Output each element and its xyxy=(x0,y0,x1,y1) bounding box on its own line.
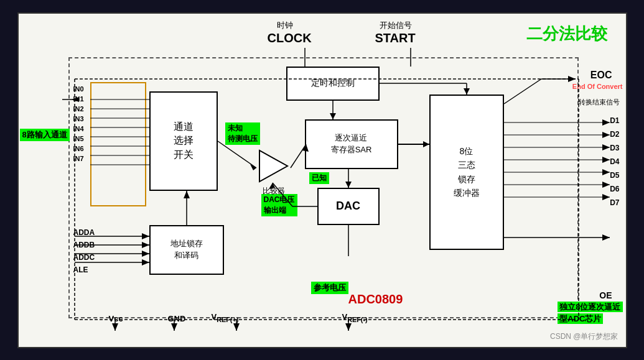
gnd-label: GND xyxy=(168,314,186,323)
ale-label: ALE xyxy=(73,265,95,274)
in5-label: IN5 xyxy=(73,135,84,142)
d5-label: D5 xyxy=(610,171,619,180)
vcc-label: Vcc xyxy=(109,314,123,323)
in-labels: IN0 IN1 IN2 IN3 IN4 IN5 IN6 IN7 xyxy=(73,85,84,162)
in7-label: IN7 xyxy=(73,155,84,162)
dac-text: DAC xyxy=(336,200,360,213)
in2-label: IN2 xyxy=(73,105,84,113)
d4-label: D4 xyxy=(610,157,619,166)
comparator-area: 比较器 xyxy=(255,147,292,197)
svg-marker-65 xyxy=(171,323,177,331)
svg-marker-51 xyxy=(602,234,610,241)
addr-latch-box: 地址锁存和译码 xyxy=(149,225,224,275)
in1-label: IN1 xyxy=(73,95,84,103)
eoc-label: EOC xyxy=(590,70,612,81)
d3-label: D3 xyxy=(610,144,619,152)
d1-label: D1 xyxy=(610,116,619,125)
standalone-label: 独立8位逐次逼近 型ADC芯片 xyxy=(558,301,622,325)
comparator-label: 比较器 xyxy=(263,186,285,196)
end-of-convert-label: End Of Convert xyxy=(572,82,623,91)
dac-output-label: DAC电压输出端 xyxy=(261,194,297,216)
start-zh-label: 开始信号 xyxy=(380,20,412,31)
timing-box: 定时和控制 xyxy=(286,67,380,101)
in0-label: IN0 xyxy=(73,85,84,93)
input-channel-box xyxy=(90,82,146,206)
sar-box: 逐次逼近寄存器SAR xyxy=(305,119,398,169)
watermark: CSDN @单行梦想家 xyxy=(550,331,618,342)
clock-en-label: CLOCK xyxy=(268,31,312,45)
main-container: 二分法比较 时钟 CLOCK 开始信号 START 8路输入通道 IN0 IN1… xyxy=(0,0,644,360)
adc-label: ADC0809 xyxy=(348,292,403,307)
svg-marker-39 xyxy=(602,132,610,138)
svg-marker-43 xyxy=(602,157,610,163)
vref-neg-label: VREF(-) xyxy=(342,312,368,323)
svg-marker-45 xyxy=(602,169,610,175)
latch-text: 8位三态锁存缓冲器 xyxy=(454,144,480,200)
svg-marker-0 xyxy=(259,150,287,182)
in4-label: IN4 xyxy=(73,125,84,132)
svg-marker-49 xyxy=(602,194,610,200)
sar-text: 逐次逼近寄存器SAR xyxy=(331,132,372,155)
start-en-label: START xyxy=(375,31,416,45)
comparator-svg xyxy=(256,147,291,185)
unknown-voltage-label: 未知待测电压 xyxy=(225,122,260,145)
d6-label: D6 xyxy=(610,185,619,193)
addc-label: ADDC xyxy=(73,253,95,262)
in6-label: IN6 xyxy=(73,145,84,152)
known-voltage-label: 已知 xyxy=(309,172,329,184)
eoc-zh-label: 转换结束信号 xyxy=(579,98,620,107)
addr-labels: ADDA ADDB ADDC ALE xyxy=(73,228,95,274)
title-bisect: 二分法比较 xyxy=(526,23,607,45)
d2-label: D2 xyxy=(610,130,619,139)
svg-marker-69 xyxy=(345,323,352,331)
oe-label: OE xyxy=(599,290,612,300)
vref-pos-label: VREF(+) xyxy=(212,312,239,323)
latch-box: 8位三态锁存缓冲器 xyxy=(429,95,504,250)
diagram-area: 二分法比较 时钟 CLOCK 开始信号 START 8路输入通道 IN0 IN1… xyxy=(17,12,627,348)
channel-8-label: 8路输入通道 xyxy=(20,129,70,141)
timing-text: 定时和控制 xyxy=(311,78,355,89)
svg-marker-41 xyxy=(602,144,610,150)
svg-marker-37 xyxy=(602,119,610,126)
dac-box: DAC xyxy=(317,188,380,225)
adda-label: ADDA xyxy=(73,228,95,237)
clock-zh-label: 时钟 xyxy=(277,20,293,31)
svg-marker-47 xyxy=(602,182,610,188)
svg-marker-63 xyxy=(112,323,118,331)
d-labels: D1 D2 D3 D4 D5 D6 D7 xyxy=(610,116,619,207)
addb-label: ADDB xyxy=(73,241,95,249)
channel-select-box: 通道选择开关 xyxy=(149,91,218,191)
addr-latch-text: 地址锁存和译码 xyxy=(170,238,203,261)
d7-label: D7 xyxy=(610,198,619,207)
ref-voltage-label: 参考电压 xyxy=(311,282,348,294)
svg-marker-67 xyxy=(233,323,240,331)
channel-select-text: 通道选择开关 xyxy=(174,120,194,162)
in3-label: IN3 xyxy=(73,115,84,122)
